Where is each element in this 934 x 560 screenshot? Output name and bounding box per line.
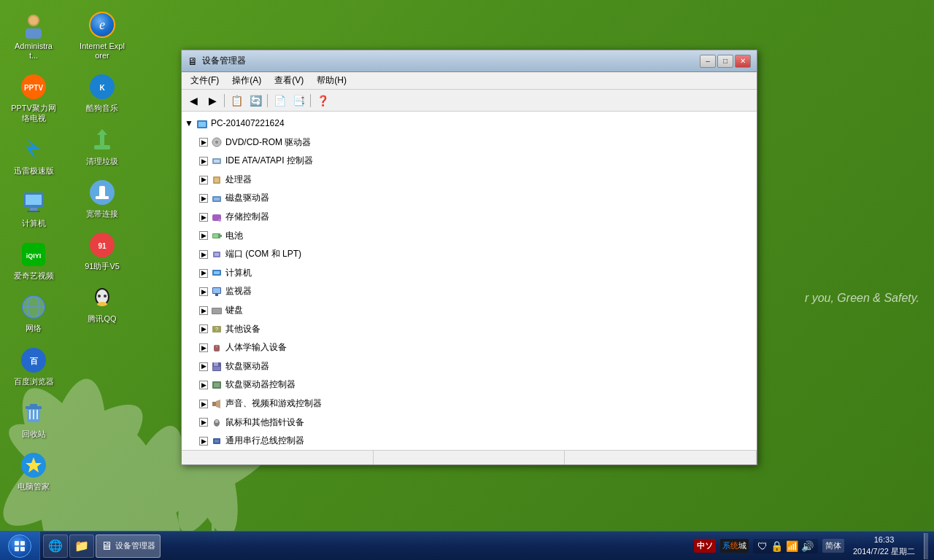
desktop-icon-broadband[interactable]: 宽带连接 xyxy=(76,175,128,222)
window-toolbar: ◀ ▶ 📋 🔄 📄 📑 ❓ xyxy=(182,90,757,112)
systong-label2: 统 xyxy=(730,541,738,550)
tree-item-hid[interactable]: ▶ 人体学输入设备 xyxy=(185,338,754,357)
close-button[interactable]: ✕ xyxy=(735,55,751,68)
expand-ide[interactable]: ▶ xyxy=(199,157,208,166)
toolbar-update[interactable]: 🔄 xyxy=(247,93,264,109)
tree-item-battery[interactable]: ▶ 电池 xyxy=(185,227,754,246)
tree-item-mouse[interactable]: ▶ 鼠标和其他指针设备 xyxy=(185,413,754,432)
tree-item-processor[interactable]: ▶ 处理器 xyxy=(185,171,754,190)
toolbar-forward[interactable]: ▶ xyxy=(204,93,221,109)
expand-hid[interactable]: ▶ xyxy=(199,343,208,352)
desktop-icon-91zs[interactable]: 91 91助手V5 xyxy=(76,228,128,274)
expand-sound[interactable]: ▶ xyxy=(199,400,208,408)
tree-root-node[interactable]: ▼ PC-201407221624 xyxy=(185,114,754,133)
desktop-icon-diannaogj[interactable]: 电脑管家 xyxy=(7,448,60,494)
svg-rect-62 xyxy=(214,198,220,201)
menu-action[interactable]: 操作(A) xyxy=(226,73,267,88)
91zs-label: 91助手V5 xyxy=(85,262,120,271)
expand-port[interactable]: ▶ xyxy=(199,250,208,259)
expand-floppy[interactable]: ▶ xyxy=(199,362,208,371)
toolbar-back[interactable]: ◀ xyxy=(185,93,202,109)
desktop-icon-baidu[interactable]: 百 百度浏览器 xyxy=(7,343,60,389)
iqiyi-icon: iQIYI xyxy=(19,240,48,269)
tree-item-storage[interactable]: ▶ 存储控制器 xyxy=(185,208,754,227)
desktop-icon-recycle2[interactable]: 清理垃圾 xyxy=(76,122,128,169)
minimize-button[interactable]: – xyxy=(700,55,716,68)
tree-item-monitor[interactable]: ▶ 监视器 xyxy=(185,282,754,301)
desktop-icon-ie[interactable]: e Internet Explorer xyxy=(76,7,128,63)
taskbar-explorer[interactable]: 📁 xyxy=(69,534,94,558)
expand-other[interactable]: ▶ xyxy=(199,324,208,333)
expand-floppy-ctrl[interactable]: ▶ xyxy=(199,381,208,389)
tree-item-usb[interactable]: ▶ 通用串行总线控制器 xyxy=(185,432,754,450)
expand-disk[interactable]: ▶ xyxy=(199,194,208,203)
expand-mouse[interactable]: ▶ xyxy=(199,418,208,427)
desktop-icon-computer[interactable]: 计算机 xyxy=(7,184,60,231)
kuwo-label: 酷狗音乐 xyxy=(86,104,118,113)
desktop-icon-xunlei[interactable]: 迅雷极速版 xyxy=(7,132,60,179)
svg-rect-66 xyxy=(220,235,222,237)
tree-item-port[interactable]: ▶ 端口 (COM 和 LPT) xyxy=(185,245,754,264)
svg-text:iQIYI: iQIYI xyxy=(26,252,42,260)
desktop-icon-network[interactable]: 网络 xyxy=(7,289,60,336)
expand-keyboard[interactable]: ▶ xyxy=(199,306,208,315)
qq-label: 腾讯QQ xyxy=(88,314,116,324)
recycle-icon xyxy=(19,398,48,427)
language-indicator[interactable]: 简体 xyxy=(822,539,844,553)
tree-item-floppy[interactable]: ▶ 软盘驱动器 xyxy=(185,357,754,376)
expand-processor[interactable]: ▶ xyxy=(199,176,208,184)
desktop-icon-kuwo[interactable]: K 酷狗音乐 xyxy=(76,69,128,116)
svg-rect-86 xyxy=(212,402,216,406)
toolbar-view2[interactable]: 📑 xyxy=(290,93,307,109)
start-button[interactable] xyxy=(0,532,40,561)
qq-icon xyxy=(88,283,117,312)
svg-rect-83 xyxy=(213,367,220,370)
desktop-icon-recycle[interactable]: 回收站 xyxy=(7,395,60,442)
toolbar-help[interactable]: ❓ xyxy=(314,93,331,109)
expand-dvd[interactable]: ▶ xyxy=(199,138,208,147)
svg-rect-22 xyxy=(27,211,40,212)
desktop-icon-iqiyi[interactable]: iQIYI 爱奇艺视频 xyxy=(7,237,60,284)
desktop-icons-area: Administrat... PPTV PPTV聚力网络电视 迅雷极速版 xyxy=(7,7,139,518)
tree-label-computer: 计算机 xyxy=(225,265,754,281)
network-tray-icon: 📶 xyxy=(786,540,798,552)
svg-rect-73 xyxy=(213,288,220,293)
maximize-button[interactable]: □ xyxy=(717,55,733,68)
window-titlebar: 🖥 设备管理器 – □ ✕ xyxy=(182,50,757,72)
menu-help[interactable]: 帮助(H) xyxy=(311,73,352,88)
expand-monitor[interactable]: ▶ xyxy=(199,287,208,296)
systong-label3: 城 xyxy=(738,541,746,550)
expand-usb[interactable]: ▶ xyxy=(199,437,208,446)
menu-view[interactable]: 查看(V) xyxy=(269,73,309,88)
window-title-text: 设备管理器 xyxy=(202,55,700,67)
taskbar-ie[interactable]: 🌐 xyxy=(43,534,68,558)
taskbar-device-manager[interactable]: 🖥 设备管理器 xyxy=(96,534,161,558)
tree-item-sound[interactable]: ▶ 声音、视频和游戏控制器 xyxy=(185,394,754,413)
svg-rect-106 xyxy=(15,547,19,551)
tree-label-floppy-ctrl: 软盘驱动器控制器 xyxy=(225,377,754,393)
desktop-icon-qq[interactable]: 腾讯QQ xyxy=(76,280,128,327)
tree-item-dvd[interactable]: ▶ DVD/CD-ROM 驱动器 xyxy=(185,133,754,152)
expand-computer[interactable]: ▶ xyxy=(199,269,208,278)
desktop-icon-admin[interactable]: Administrat... xyxy=(7,7,60,63)
desktop-icon-pptv[interactable]: PPTV PPTV聚力网络电视 xyxy=(7,69,60,125)
tree-item-other[interactable]: ▶ ? 其他设备 xyxy=(185,320,754,339)
toolbar-view1[interactable]: 📄 xyxy=(271,93,288,109)
tree-item-ide[interactable]: ▶ IDE ATA/ATAPI 控制器 xyxy=(185,152,754,171)
expand-battery[interactable]: ▶ xyxy=(199,231,208,240)
window-content[interactable]: ▼ PC-201407221624 ▶ DVD/CD-ROM 驱动器 xyxy=(182,112,757,450)
tree-item-disk[interactable]: ▶ 磁盘驱动器 xyxy=(185,189,754,208)
show-desktop-button[interactable] xyxy=(924,533,928,559)
menu-file[interactable]: 文件(F) xyxy=(185,73,225,88)
tree-item-computer[interactable]: ▶ 计算机 xyxy=(185,264,754,283)
tree-item-floppy-ctrl[interactable]: ▶ 软盘驱动器控制器 xyxy=(185,376,754,394)
diannaogj-icon xyxy=(19,451,48,480)
tree-item-keyboard[interactable]: ▶ 键盘 xyxy=(185,301,754,320)
broadband-icon xyxy=(88,178,117,207)
svg-rect-58 xyxy=(214,160,220,163)
tree-label-storage: 存储控制器 xyxy=(225,209,754,225)
toolbar-properties[interactable]: 📋 xyxy=(228,93,245,109)
systong-brand: 系统城 xyxy=(720,539,749,553)
computer-icon xyxy=(19,187,48,217)
expand-storage[interactable]: ▶ xyxy=(199,213,208,222)
